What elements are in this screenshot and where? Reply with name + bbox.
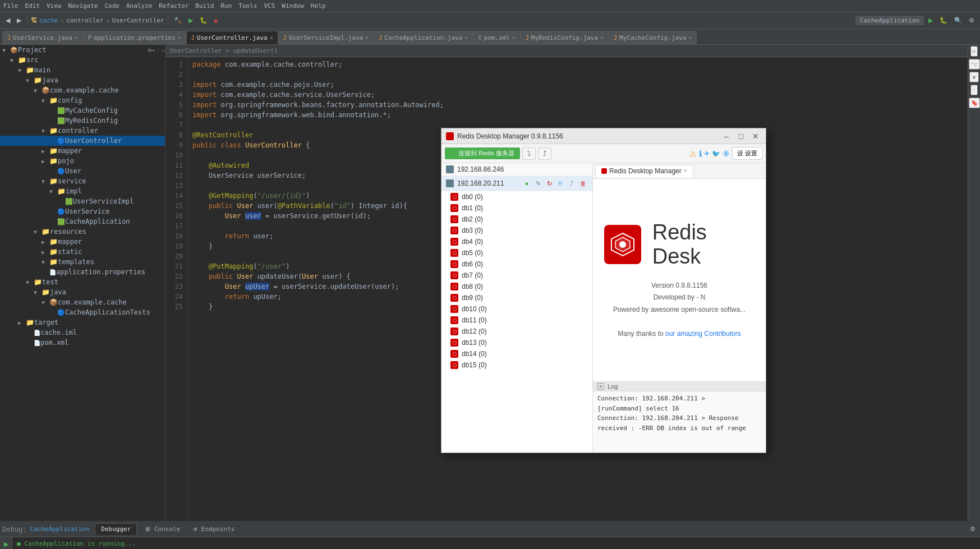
right-panel-hierarchy[interactable]: ⌥ [969,59,980,70]
templates-folder[interactable]: ▼ 📁 templates [0,257,165,267]
src-folder[interactable]: ▼ 📁 src [0,55,165,65]
rdm-db13[interactable]: db13 (0) [441,337,592,348]
userserviceimpl-file[interactable]: 🟩 UserServiceImpl [0,196,165,206]
package-com-example[interactable]: ▼ 📦 com.example.cache [0,85,165,95]
menu-code[interactable]: Code [104,2,119,10]
toolbar-build-btn[interactable]: 🔨 [172,16,184,25]
tab-endpoints[interactable]: ⊕ Endpoints [187,523,241,535]
menu-vcs[interactable]: VCS [264,2,275,10]
impl-folder[interactable]: ▼ 📁 impl [0,186,165,196]
rdm-sa-reload[interactable]: ↻ [544,178,554,188]
tab-close-mycacheconfig[interactable]: × [688,35,692,41]
rdm-sa-edit[interactable]: ✎ [533,178,543,188]
project-options[interactable]: ⋮ [155,47,161,54]
myredisconfig-file[interactable]: 🟩 MyRedisConfig [0,116,165,126]
tab-close-userservice[interactable]: × [75,35,78,41]
tab-close-myredisconfig[interactable]: × [600,35,604,41]
rdm-db7[interactable]: db7 (0) [441,270,592,281]
cacheapptests-file[interactable]: 🔵 CacheApplicationTests [0,307,165,317]
rdm-sa-delete[interactable]: 🗑 [578,178,588,188]
rdm-db15[interactable]: db15 (0) [441,359,592,371]
rdm-db10[interactable]: db10 (0) [441,303,592,315]
tab-myredisconfig[interactable]: J MyRedisConfig.java × [521,31,609,44]
toolbar-run-config-debug[interactable]: 🐛 [937,16,950,25]
service-folder[interactable]: ▼ 📁 service [0,176,165,186]
menu-edit[interactable]: Edit [25,2,40,10]
rdm-maximize[interactable]: □ [735,132,747,141]
menu-view[interactable]: View [47,2,62,10]
toolbar-search[interactable]: 🔍 [952,16,964,25]
menu-refactor[interactable]: Refactor [159,2,188,10]
test-folder[interactable]: ▼ 📁 test [0,277,165,287]
menu-tools[interactable]: Tools [238,2,257,10]
rdm-sa-clone[interactable]: ⎘ [555,178,565,188]
tab-mycacheconfig[interactable]: J MyCacheConfig.java × [609,31,697,44]
appprops-file[interactable]: 📄 application.properties [0,267,165,277]
project-gear[interactable]: ⚙ [148,47,151,54]
java-folder[interactable]: ▼ 📁 java [0,75,165,85]
rdm-contributors-link[interactable]: our amazing Contributors [665,330,741,338]
rdm-db4[interactable]: db4 (0) [441,236,592,247]
rdm-settings-button[interactable]: 设 设置 [732,147,762,160]
project-collapse[interactable]: ⇔ [151,47,155,54]
tab-usercontroller[interactable]: J UserController.java × [186,31,278,44]
debug-restart[interactable]: ▶ [2,539,11,549]
right-panel-favorites[interactable]: ★ [969,72,979,82]
rdm-db14[interactable]: db14 (0) [441,348,592,359]
debug-config-label[interactable]: CacheApplication [30,525,89,533]
toolbar-forward[interactable]: ▶ [15,16,24,25]
menu-run[interactable]: Run [220,2,232,10]
mapper-resources-folder[interactable]: ▶ 📁 mapper [0,237,165,247]
rdm-main-tab-close[interactable]: × [684,168,687,174]
tab-close-appprops[interactable]: × [178,35,181,41]
toolbar-run-btn[interactable]: ▶ [186,16,195,25]
tab-close-cacheapp[interactable]: × [464,35,468,41]
rdm-main-tab-home[interactable]: Redis Desktop Manager × [595,165,693,177]
rdm-db2[interactable]: db2 (0) [441,214,592,225]
rdm-close[interactable]: ✕ [750,132,761,141]
toolbar-breadcrumb-controller[interactable]: controller [66,17,103,24]
right-panel-structure[interactable]: ≡ [970,46,978,57]
right-panel-bookmarks[interactable]: 🔖 [969,98,980,108]
rdm-db3[interactable]: db3 (0) [441,225,592,236]
toolbar-back[interactable]: ◀ [3,16,12,25]
test-pkg[interactable]: ▼ 📦 com.example.cache [0,297,165,307]
pomxml-file[interactable]: 📄 pom.xml [0,338,165,348]
user-file[interactable]: 🔵 User [0,166,165,176]
mycacheconfig-file[interactable]: 🟩 MyCacheConfig [0,105,165,116]
rdm-sa-export[interactable]: ⤴ [567,178,577,188]
menu-help[interactable]: Help [311,2,326,10]
main-folder[interactable]: ▼ 📁 main [0,65,165,75]
tab-debugger[interactable]: Debugger [95,523,137,535]
rdm-sa-connect[interactable]: ● [522,178,532,188]
tab-console[interactable]: 🖥 Console [138,523,186,535]
tab-userservice[interactable]: J UserService.java × [2,31,83,44]
rdm-db1[interactable]: db1 (0) [441,202,592,214]
rdm-server-2[interactable]: 192.168.20.211 ● ✎ ↻ ⎘ ⤴ 🗑 [441,176,592,191]
rdm-import-btn[interactable]: ⤵ [522,147,536,160]
tab-cacheapp[interactable]: J CacheApplication.java × [374,31,473,44]
controller-folder[interactable]: ▼ 📁 controller [0,126,165,136]
toolbar-stop-btn[interactable]: ■ [212,16,220,25]
project-minimize[interactable]: – [161,47,165,54]
project-root[interactable]: ▼ 📦 Project ⚙ ⇔ ⋮ – [0,45,165,55]
run-config-dropdown[interactable]: CacheApplication [855,16,924,25]
pojo-folder[interactable]: ▶ 📁 pojo [0,156,165,166]
target-folder[interactable]: ▶ 📁 target [0,317,165,327]
config-folder[interactable]: ▼ 📁 config [0,95,165,105]
rdm-db5[interactable]: db5 (0) [441,247,592,259]
menu-window[interactable]: Window [282,2,304,10]
toolbar-run-config-run[interactable]: ▶ [926,16,935,25]
menu-build[interactable]: Build [195,2,214,10]
rdm-db9[interactable]: db9 (0) [441,292,592,303]
userservice-file[interactable]: 🔵 UserService [0,206,165,216]
mapper-folder[interactable]: ▶ 📁 mapper [0,146,165,156]
tab-userserviceimpl[interactable]: J UserServiceImpl.java × [278,31,374,44]
right-panel-vcs[interactable]: ↑ [970,85,978,95]
tab-appprops[interactable]: P application.properties × [83,31,186,44]
bottom-settings[interactable]: ⚙ [968,524,978,534]
rdm-db0[interactable]: db0 (0) [441,191,592,202]
test-java-folder[interactable]: ▼ 📁 java [0,287,165,297]
static-folder[interactable]: ▶ 📁 static [0,247,165,257]
rdm-db12[interactable]: db12 (0) [441,326,592,337]
